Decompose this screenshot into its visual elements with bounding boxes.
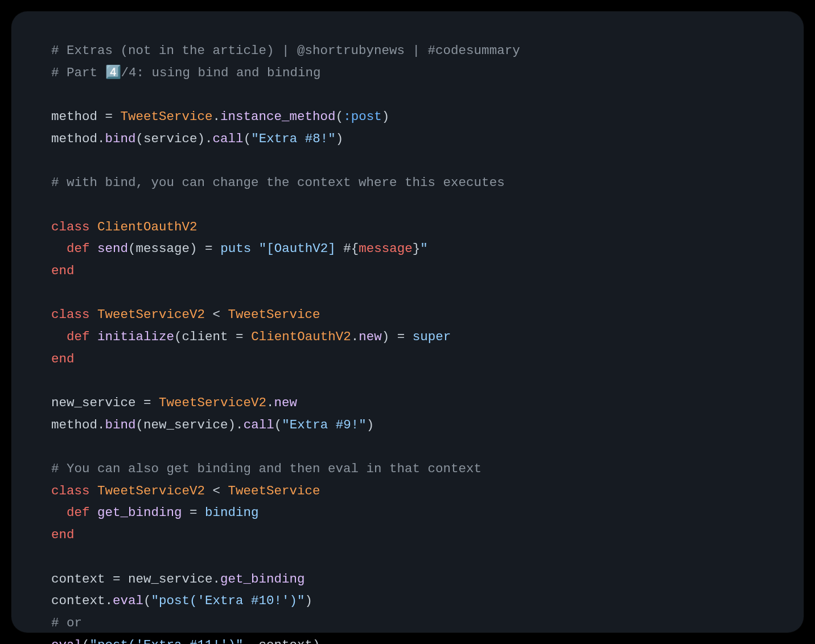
code-token: context [51,593,105,608]
code-token: . [351,329,359,344]
code-block: # Extras (not in the article) | @shortru… [51,40,769,644]
code-token: # with bind, you can change the context … [51,175,505,190]
code-token [251,241,259,256]
code-token: service [143,131,197,146]
code-token: ( [244,131,252,146]
code-token: method [51,109,97,124]
code-token: class [51,484,90,498]
code-token: ( [136,131,144,146]
code-token: binding [205,505,259,520]
code-token: . [213,109,221,124]
code-token: context [51,572,105,587]
code-token: eval [113,593,143,608]
code-token: :post [343,109,382,124]
code-token: . [213,572,221,587]
code-token: TweetService [121,109,213,124]
code-token: initialize [97,329,174,344]
code-token: ) [305,593,313,608]
code-token: . [97,418,105,432]
code-token: . [97,131,105,146]
code-token: ) [382,109,390,124]
code-token [51,505,67,520]
code-token [90,329,98,344]
code-token: TweetServiceV2 [97,484,205,498]
code-token: new [274,395,298,410]
code-token: def [67,329,90,344]
code-token: ) [336,131,344,146]
code-token: new [359,329,382,344]
code-token: = [97,109,121,124]
code-token: def [67,241,90,256]
code-token: message [359,241,413,256]
code-token [90,307,98,322]
code-card: # Extras (not in the article) | @shortru… [11,11,804,633]
code-token: TweetServiceV2 [159,395,266,410]
code-token: class [51,307,90,322]
code-token: = [197,241,221,256]
code-token: ) [312,638,320,644]
code-token: get_binding [97,505,182,520]
code-token: # or [51,616,82,630]
code-token: ( [136,418,144,432]
code-token: ) [367,418,374,432]
code-token: ( [336,109,344,124]
code-token: bind [105,131,136,146]
code-token: ) [190,241,197,256]
code-token: eval [51,638,82,644]
code-token: client [182,329,228,344]
code-token: ClientOauthV2 [97,220,197,234]
code-token: end [51,527,75,542]
code-token: "[OauthV2] [259,241,344,256]
code-token: " [420,241,428,256]
code-token: TweetService [228,484,320,498]
code-token: . [105,593,113,608]
code-token: TweetServiceV2 [97,307,205,322]
code-token: "Extra #8!" [251,131,336,146]
code-token: get_binding [220,572,305,587]
code-token: send [97,241,128,256]
code-token: = [136,395,159,410]
code-token: call [213,131,244,146]
code-token [90,505,98,520]
code-token: def [67,505,90,520]
code-token: < [205,484,228,498]
code-token: , [244,638,259,644]
code-token: ( [174,329,182,344]
code-token: = [389,329,413,344]
code-token: ) [197,131,205,146]
code-token: . [205,131,213,146]
code-token: < [205,307,228,322]
code-token: puts [220,241,251,256]
code-token: . [266,395,274,410]
code-token: TweetService [228,307,320,322]
code-token: ) [382,329,390,344]
code-token: "post('Extra #11!')" [90,638,244,644]
code-token: # You can also get binding and then eval… [51,461,481,476]
code-token: # Part 4️⃣/4: using bind and binding [51,65,321,80]
code-token: method [51,131,97,146]
code-token: ) [228,418,236,432]
code-token: instance_method [220,109,336,124]
code-token: #{ [343,241,359,256]
code-token: context [259,638,313,644]
code-token: class [51,220,90,234]
code-token: . [236,418,244,432]
code-token: ( [274,418,282,432]
code-token: message [136,241,190,256]
code-token: "Extra #9!" [282,418,367,432]
code-token: new_service [143,418,228,432]
code-token [90,241,98,256]
code-token: new_service [128,572,213,587]
code-token [51,241,67,256]
code-token [90,220,98,234]
code-token [90,484,98,498]
code-token: = [228,329,252,344]
code-token: super [413,329,451,344]
code-token [51,329,67,344]
code-token: bind [105,418,136,432]
code-token: end [51,263,75,278]
code-token: end [51,352,75,366]
code-token: new_service [51,395,136,410]
code-token: ClientOauthV2 [251,329,351,344]
code-token: call [244,418,274,432]
